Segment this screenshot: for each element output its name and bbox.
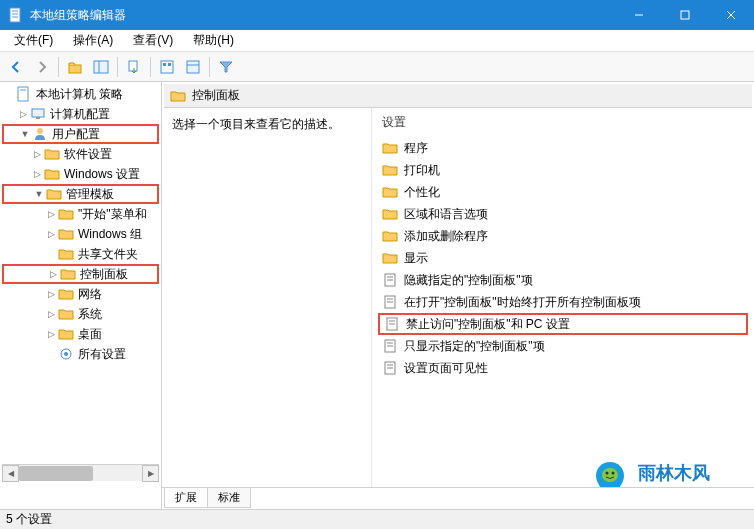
settings-icon — [58, 346, 74, 362]
svg-rect-9 — [94, 61, 108, 73]
tree-panel: 本地计算机 策略 ▷ 计算机配置 ▼ 用户配置 ▷ 软件设置 ▷ Windows… — [0, 82, 162, 509]
setting-prohibit-access[interactable]: 禁止访问"控制面板"和 PC 设置 — [378, 313, 748, 335]
tree-desktop[interactable]: ▷ 桌面 — [2, 324, 159, 344]
statusbar: 5 个设置 — [0, 509, 754, 529]
setting-always-open[interactable]: 在打开"控制面板"时始终打开所有控制面板项 — [378, 291, 748, 313]
menubar: 文件(F) 操作(A) 查看(V) 帮助(H) — [0, 30, 754, 52]
svg-rect-8 — [69, 65, 81, 73]
setting-programs[interactable]: 程序 — [378, 137, 748, 159]
svg-rect-15 — [187, 61, 199, 73]
setting-display[interactable]: 显示 — [378, 247, 748, 269]
settings-pane: 设置 程序 打印机 个性化 区域和语言选项 添加或删除程序 显示 隐藏指定的"控… — [372, 108, 754, 487]
tree-root[interactable]: 本地计算机 策略 — [2, 84, 159, 104]
menu-view[interactable]: 查看(V) — [123, 30, 183, 51]
menu-help[interactable]: 帮助(H) — [183, 30, 244, 51]
expand-icon[interactable]: ▷ — [44, 307, 58, 321]
filter-button[interactable] — [214, 55, 238, 79]
app-icon — [8, 7, 24, 23]
collapse-icon[interactable]: ▼ — [32, 187, 46, 201]
expand-icon[interactable]: ▷ — [44, 227, 58, 241]
titlebar: 本地组策略编辑器 — [0, 0, 754, 30]
description-text: 选择一个项目来查看它的描述。 — [172, 117, 340, 131]
folder-icon — [58, 246, 74, 262]
tree-start-menu[interactable]: ▷ "开始"菜单和 — [2, 204, 159, 224]
expand-icon[interactable]: ▷ — [46, 267, 60, 281]
setting-hide-specified[interactable]: 隐藏指定的"控制面板"项 — [378, 269, 748, 291]
svg-point-21 — [37, 128, 43, 134]
expand-icon[interactable]: ▷ — [44, 207, 58, 221]
svg-point-40 — [605, 472, 608, 475]
status-text: 5 个设置 — [6, 511, 52, 528]
tree-network[interactable]: ▷ 网络 — [2, 284, 159, 304]
tree-system[interactable]: ▷ 系统 — [2, 304, 159, 324]
computer-icon — [30, 106, 46, 122]
tree-control-panel[interactable]: ▷ 控制面板 — [2, 264, 159, 284]
setting-page-visibility[interactable]: 设置页面可见性 — [378, 357, 748, 379]
svg-point-39 — [602, 468, 618, 482]
show-hide-tree-button[interactable] — [89, 55, 113, 79]
folder-icon — [60, 266, 76, 282]
folder-icon — [44, 146, 60, 162]
watermark-brand: 雨林木风 — [638, 461, 750, 485]
close-button[interactable] — [708, 0, 754, 30]
tree-windows-components[interactable]: ▷ Windows 组 — [2, 224, 159, 244]
folder-icon — [170, 88, 186, 104]
expand-icon[interactable]: ▷ — [44, 327, 58, 341]
folder-icon — [58, 286, 74, 302]
policy-icon — [16, 86, 32, 102]
expand-icon[interactable]: ▷ — [44, 287, 58, 301]
up-button[interactable] — [63, 55, 87, 79]
tree-software-settings[interactable]: ▷ 软件设置 — [2, 144, 159, 164]
tree-admin-templates[interactable]: ▼ 管理模板 — [2, 184, 159, 204]
folder-icon — [382, 250, 398, 266]
content-panel: 控制面板 选择一个项目来查看它的描述。 设置 程序 打印机 个性化 区域和语言选… — [162, 82, 754, 509]
policy-icon — [382, 272, 398, 288]
user-icon — [32, 126, 48, 142]
menu-action[interactable]: 操作(A) — [63, 30, 123, 51]
svg-rect-11 — [129, 61, 137, 71]
watermark-url: www.ylmf888.com — [638, 485, 750, 488]
svg-rect-19 — [32, 109, 44, 117]
menu-file[interactable]: 文件(F) — [4, 30, 63, 51]
description-pane: 选择一个项目来查看它的描述。 — [162, 108, 372, 487]
content-tabs: 扩展 标准 — [162, 487, 754, 509]
content-header: 控制面板 — [164, 84, 752, 108]
setting-printers[interactable]: 打印机 — [378, 159, 748, 181]
folder-icon — [58, 326, 74, 342]
maximize-button[interactable] — [662, 0, 708, 30]
tree-shared-folders[interactable]: 共享文件夹 — [2, 244, 159, 264]
back-button[interactable] — [4, 55, 28, 79]
tree-computer-config[interactable]: ▷ 计算机配置 — [2, 104, 159, 124]
svg-point-23 — [64, 352, 68, 356]
policy-icon — [382, 360, 398, 376]
svg-rect-20 — [36, 117, 40, 119]
toolbar — [0, 52, 754, 82]
setting-add-remove[interactable]: 添加或删除程序 — [378, 225, 748, 247]
content-header-title: 控制面板 — [192, 87, 240, 104]
tab-extended[interactable]: 扩展 — [164, 488, 208, 508]
tree-scrollbar[interactable]: ◀ ▶ — [2, 464, 159, 481]
collapse-icon[interactable]: ▼ — [18, 127, 32, 141]
folder-icon — [382, 162, 398, 178]
forward-button[interactable] — [30, 55, 54, 79]
refresh-button[interactable] — [155, 55, 179, 79]
tree-user-config[interactable]: ▼ 用户配置 — [2, 124, 159, 144]
tree-all-settings[interactable]: 所有设置 — [2, 344, 159, 364]
folder-icon — [382, 140, 398, 156]
svg-rect-12 — [161, 61, 173, 73]
setting-region-lang[interactable]: 区域和语言选项 — [378, 203, 748, 225]
setting-personalization[interactable]: 个性化 — [378, 181, 748, 203]
minimize-button[interactable] — [616, 0, 662, 30]
svg-point-41 — [611, 472, 614, 475]
expand-icon[interactable]: ▷ — [30, 147, 44, 161]
expand-icon[interactable]: ▷ — [30, 167, 44, 181]
setting-show-only[interactable]: 只显示指定的"控制面板"项 — [378, 335, 748, 357]
properties-button[interactable] — [181, 55, 205, 79]
svg-rect-5 — [681, 11, 689, 19]
svg-rect-17 — [18, 87, 28, 101]
settings-column-header[interactable]: 设置 — [378, 112, 748, 133]
tree-windows-settings[interactable]: ▷ Windows 设置 — [2, 164, 159, 184]
export-button[interactable] — [122, 55, 146, 79]
expand-icon[interactable]: ▷ — [16, 107, 30, 121]
tab-standard[interactable]: 标准 — [207, 488, 251, 508]
